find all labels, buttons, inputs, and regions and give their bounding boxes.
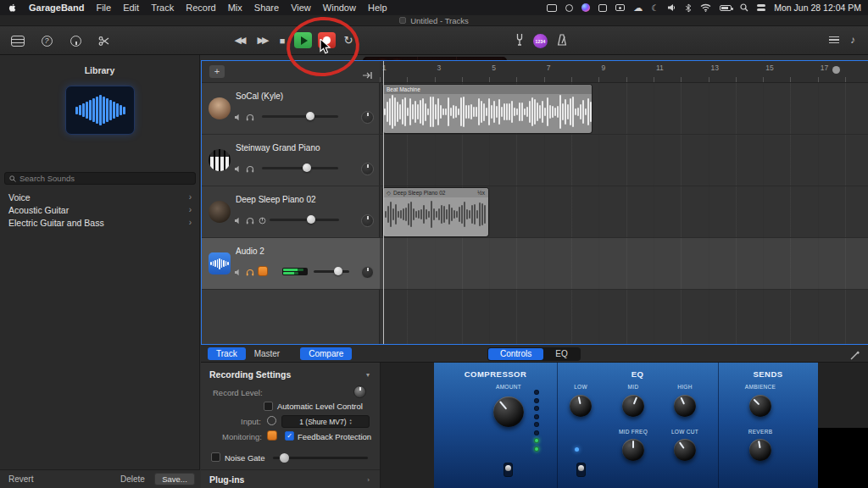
tuner-icon[interactable] [515,33,524,49]
control-center-icon[interactable] [757,3,765,14]
screen-mirroring-icon[interactable] [547,3,557,14]
track-volume-slider[interactable] [270,219,339,221]
record-button[interactable] [318,32,336,48]
pan-knob[interactable] [361,214,374,227]
sends-ambience-knob[interactable] [749,395,771,417]
track-row-socal[interactable]: SoCal (Kyle) [202,83,380,135]
region-deep-sleep-piano[interactable]: ◇ Deep Sleep Piano 02 ½x [383,188,488,236]
input-stepper[interactable]: 1 (Shure MV7) ▴▾ [281,415,370,428]
smart-controls-icon[interactable] [68,34,83,47]
menu-file[interactable]: File [96,3,111,13]
volume-thumb[interactable] [334,267,342,275]
pan-knob[interactable] [361,163,374,175]
menu-edit[interactable]: Edit [123,3,139,13]
tab-eq[interactable]: EQ [543,348,579,360]
notepad-icon[interactable]: ♪ [850,34,855,46]
tab-master[interactable]: Master [246,347,289,360]
eq-low-cut-knob[interactable] [674,439,696,461]
menu-window[interactable]: Window [323,3,356,13]
volume-icon[interactable] [667,3,676,14]
stage-manager-icon[interactable] [598,3,607,14]
volume-thumb[interactable] [307,215,315,224]
menu-track[interactable]: Track [151,3,174,13]
editors-icon[interactable] [97,34,112,47]
apple-menu[interactable] [8,3,17,13]
bluetooth-icon[interactable] [685,3,692,14]
track-volume-slider[interactable] [262,167,338,169]
menu-help[interactable]: Help [368,3,387,13]
eq-low-knob[interactable] [570,395,592,417]
volume-thumb[interactable] [306,112,314,120]
save-button[interactable]: Save... [154,473,195,485]
camera-icon[interactable] [615,3,625,14]
eq-high-knob[interactable] [674,395,696,417]
eq-mid-knob[interactable] [622,395,644,417]
eq-power-toggle[interactable] [576,463,586,477]
record-level-knob[interactable] [353,385,366,398]
count-in-button[interactable]: 1234 [533,34,548,48]
recording-settings-header[interactable]: Recording Settings [209,369,291,380]
pan-knob[interactable] [361,111,374,124]
window-title-bar[interactable]: Untitled - Tracks [0,15,868,26]
timeline-ruler[interactable]: 1357911131517 [380,61,868,83]
mute-button[interactable] [233,164,243,173]
track-volume-slider[interactable] [262,115,338,118]
siri-icon[interactable] [581,3,590,14]
search-input[interactable] [19,174,191,183]
catch-playhead-icon[interactable] [362,68,373,83]
spotlight-icon[interactable] [740,3,748,14]
battery-icon[interactable] [720,3,732,14]
focus-icon[interactable]: ☾ [651,3,659,14]
quick-help-icon[interactable]: ? [39,34,54,47]
cycle-button[interactable]: ↻ [342,34,355,47]
chevron-down-icon[interactable]: ▾ [366,371,370,379]
forward-button[interactable]: ▶▶ [253,35,270,46]
menu-view[interactable]: View [291,3,311,13]
chevron-right-icon[interactable]: › [367,476,370,484]
plugins-header[interactable]: Plug-ins [209,474,244,485]
library-item-acoustic-guitar[interactable]: Acoustic Guitar› [0,203,200,216]
mute-button[interactable] [233,216,243,225]
library-toggle-icon[interactable] [10,34,25,47]
compressor-power-toggle[interactable] [504,463,513,477]
timeline[interactable]: 1357911131517 Beat Machine ◇ Deep Sleep … [380,61,868,344]
track-row-steinway[interactable]: Steinway Grand Piano [202,135,380,186]
cloud-icon[interactable]: ☁ [633,3,643,14]
wifi-icon[interactable] [700,3,711,14]
track-row-audio2[interactable]: Audio 2 [202,238,380,290]
region-beat-machine[interactable]: Beat Machine [383,85,592,133]
library-search[interactable] [4,172,196,185]
patch-preview-tile[interactable] [65,86,135,135]
pan-knob[interactable] [361,266,374,279]
delete-button[interactable]: Delete [120,474,145,484]
stop-button[interactable]: ■ [276,36,288,46]
rewind-button[interactable]: ◀◀ [231,35,248,46]
track-volume-slider[interactable] [314,270,349,273]
add-track-button[interactable]: + [209,65,225,78]
track-lane-selected[interactable] [380,238,868,290]
solo-button[interactable] [245,164,255,173]
playhead[interactable] [383,61,384,344]
track-lane[interactable] [380,135,868,186]
feedback-protection-checkbox[interactable]: ✓ [285,431,294,441]
monitoring-button[interactable] [267,430,277,441]
library-item-voice[interactable]: Voice› [0,191,200,203]
mute-button[interactable] [233,113,243,121]
ruler-handle[interactable] [832,66,840,74]
metronome-button[interactable] [557,34,567,49]
noise-gate-thumb[interactable] [280,453,289,463]
compare-button[interactable]: Compare [300,347,352,360]
solo-button[interactable] [245,113,255,121]
eq-mid-freq-knob[interactable] [622,439,644,461]
revert-button[interactable]: Revert [8,474,33,484]
record-status-icon[interactable] [565,3,573,14]
auto-level-checkbox[interactable] [264,402,273,411]
solo-button[interactable] [245,268,255,276]
menu-share[interactable]: Share [254,3,279,13]
menu-bar-clock[interactable]: Mon Jun 28 12:04 PM [774,3,861,13]
solo-button[interactable] [245,216,255,225]
input-icon[interactable] [257,216,267,225]
input-format-button[interactable] [267,416,276,425]
mute-button[interactable] [233,268,243,276]
automation-pencil-icon[interactable] [849,349,860,364]
